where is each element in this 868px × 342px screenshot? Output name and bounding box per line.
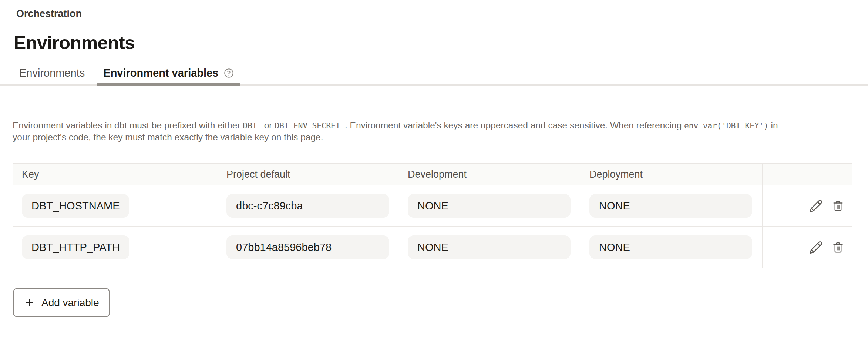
tab-environments[interactable]: Environments	[13, 61, 91, 86]
row-actions	[762, 241, 852, 254]
project-default-pill: 07bb14a8596beb78	[226, 235, 389, 259]
description-text: Environment variables in dbt must be pre…	[13, 120, 243, 130]
help-icon[interactable]	[224, 68, 234, 78]
deployment-cell: NONE	[581, 194, 762, 218]
tab-bar: Environments Environment variables	[0, 61, 868, 86]
environment-variables-page: Orchestration Environments Environments …	[0, 0, 868, 342]
deployment-pill: NONE	[589, 194, 752, 218]
project-default-pill: dbc-c7c89cba	[226, 194, 389, 218]
env-variables-table: Key Project default Development Deployme…	[13, 163, 852, 268]
development-pill: NONE	[408, 235, 571, 259]
development-cell: NONE	[399, 194, 581, 218]
tab-environment-variables-label: Environment variables	[103, 67, 218, 79]
pencil-icon	[809, 199, 823, 213]
code-dbt-prefix: DBT_	[243, 121, 262, 130]
project-default-cell: dbc-c7c89cba	[218, 194, 399, 218]
code-env-var-example: env_var('DBT_KEY')	[684, 121, 768, 130]
breadcrumb: Orchestration	[16, 7, 82, 21]
deployment-pill: NONE	[589, 235, 752, 259]
key-cell: DBT_HTTP_PATH	[13, 235, 218, 259]
edit-variable-button[interactable]	[809, 199, 823, 213]
key-cell: DBT_HOSTNAME	[13, 194, 218, 218]
trash-icon	[832, 199, 844, 213]
delete-variable-button[interactable]	[832, 199, 844, 213]
project-default-cell: 07bb14a8596beb78	[218, 235, 399, 259]
actions-column-divider	[762, 163, 763, 268]
trash-icon	[832, 241, 844, 254]
code-dbt-env-secret-prefix: DBT_ENV_SECRET_	[275, 121, 345, 130]
table-header-row: Key Project default Development Deployme…	[13, 163, 852, 185]
tab-environment-variables[interactable]: Environment variables	[97, 61, 240, 86]
tab-environments-label: Environments	[19, 67, 85, 79]
add-variable-label: Add variable	[41, 297, 99, 309]
deployment-cell: NONE	[581, 235, 762, 259]
column-header-key: Key	[13, 169, 218, 180]
edit-variable-button[interactable]	[809, 241, 823, 254]
development-pill: NONE	[408, 194, 571, 218]
add-variable-button[interactable]: Add variable	[13, 288, 110, 317]
column-header-development: Development	[399, 169, 581, 180]
description-text: or	[262, 120, 275, 130]
table-row: DBT_HOSTNAME dbc-c7c89cba NONE NONE	[13, 185, 852, 227]
key-pill: DBT_HOSTNAME	[22, 194, 129, 218]
development-cell: NONE	[399, 235, 581, 259]
row-actions	[762, 199, 852, 213]
column-header-deployment: Deployment	[581, 169, 762, 180]
column-header-project-default: Project default	[218, 169, 399, 180]
key-pill: DBT_HTTP_PATH	[22, 235, 129, 259]
pencil-icon	[809, 241, 823, 254]
delete-variable-button[interactable]	[832, 241, 844, 254]
page-title: Environments	[14, 31, 135, 55]
plus-icon	[24, 297, 35, 308]
description: Environment variables in dbt must be pre…	[13, 120, 793, 143]
table-row: DBT_HTTP_PATH 07bb14a8596beb78 NONE NONE	[13, 227, 852, 268]
description-text: . Environment variable's keys are upperc…	[345, 120, 684, 130]
